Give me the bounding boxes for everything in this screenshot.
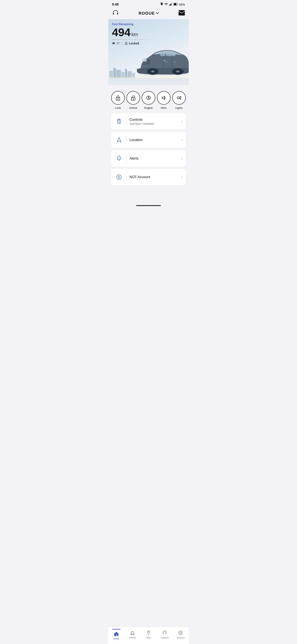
battery-icon bbox=[173, 3, 178, 6]
remote-icon bbox=[116, 118, 122, 125]
svg-rect-1 bbox=[170, 4, 171, 6]
engine-button[interactable]: Engine bbox=[142, 91, 155, 110]
svg-point-34 bbox=[163, 60, 166, 62]
unlock-button[interactable]: Unlock bbox=[126, 91, 140, 110]
location-title: Location bbox=[130, 138, 181, 142]
lock-circle[interactable] bbox=[111, 91, 125, 105]
signal-icon bbox=[169, 3, 172, 6]
location-text: Location bbox=[130, 138, 181, 142]
horn-label: Horn bbox=[161, 106, 167, 110]
svg-point-21 bbox=[143, 59, 147, 62]
weather-icon: 🌧 bbox=[112, 42, 115, 45]
home-indicator bbox=[136, 205, 161, 206]
fuel-value: 494km bbox=[112, 27, 185, 38]
dollar-circle-icon: $ bbox=[116, 174, 122, 180]
lights-control-icon bbox=[176, 94, 182, 101]
ncf-chevron: › bbox=[181, 175, 183, 179]
status-bar: 9:48 66% bbox=[108, 0, 189, 8]
chevron-down-icon bbox=[156, 12, 159, 14]
ncf-icon-wrap: $ bbox=[114, 174, 124, 180]
app-header: ROGUE bbox=[108, 8, 189, 19]
ncf-text: NCF Account bbox=[130, 175, 181, 179]
svg-text:$: $ bbox=[118, 176, 120, 179]
navigation-icon bbox=[116, 137, 122, 143]
location-icon-wrap bbox=[114, 137, 124, 143]
alerts-title: Alerts bbox=[130, 156, 181, 160]
lock-icon bbox=[125, 42, 128, 45]
svg-rect-10 bbox=[113, 68, 116, 78]
lights-label: Lights bbox=[176, 106, 183, 110]
horn-control-icon bbox=[160, 94, 167, 101]
engine-label: Engine bbox=[144, 106, 153, 110]
controls-chevron: › bbox=[181, 119, 183, 124]
hero-section: Fuel Remaining 494km 🌧 5° | Locked bbox=[108, 19, 189, 85]
engine-control-icon bbox=[145, 94, 152, 101]
controls-title: Controls bbox=[130, 118, 181, 122]
bell-icon bbox=[116, 155, 122, 162]
dot-divider: | bbox=[122, 42, 122, 45]
wifi-icon bbox=[164, 3, 168, 6]
temperature: 5° bbox=[117, 42, 120, 45]
svg-rect-0 bbox=[169, 5, 170, 6]
alerts-divider bbox=[126, 154, 126, 163]
car-image bbox=[135, 44, 189, 85]
vehicle-selector[interactable]: ROGUE bbox=[139, 11, 159, 16]
alerts-icon-wrap bbox=[114, 155, 124, 162]
fuel-unit: km bbox=[131, 32, 138, 37]
controls-menu-item[interactable]: Controls Just Now • Unlocked › bbox=[111, 113, 186, 130]
svg-rect-6 bbox=[179, 10, 185, 16]
controls-text: Controls Just Now • Unlocked bbox=[130, 118, 181, 125]
lock-control-icon bbox=[115, 94, 121, 101]
svg-rect-12 bbox=[113, 68, 114, 68]
headset-button[interactable] bbox=[112, 9, 119, 17]
fuel-number: 494 bbox=[112, 26, 131, 38]
unlock-control-icon bbox=[130, 94, 137, 101]
controls-row: Lock Unlock Engine bbox=[108, 85, 189, 112]
battery-percentage: 66% bbox=[179, 3, 185, 6]
alerts-chevron: › bbox=[181, 156, 183, 161]
fuel-label: Fuel Remaining bbox=[112, 22, 185, 26]
unlock-circle[interactable] bbox=[126, 91, 140, 105]
ncf-title: NCF Account bbox=[130, 175, 181, 179]
fuel-divider bbox=[112, 40, 156, 40]
status-time: 9:48 bbox=[112, 3, 119, 6]
svg-rect-2 bbox=[171, 4, 171, 6]
engine-circle[interactable] bbox=[142, 91, 155, 105]
lights-button[interactable]: Lights bbox=[172, 91, 186, 110]
lock-label: Lock bbox=[115, 106, 121, 110]
svg-rect-17 bbox=[125, 68, 126, 69]
alerts-text: Alerts bbox=[130, 156, 181, 160]
svg-rect-33 bbox=[173, 62, 176, 62]
location-chevron: › bbox=[181, 138, 183, 142]
location-status-icon bbox=[160, 2, 163, 6]
svg-rect-19 bbox=[125, 43, 127, 44]
alerts-menu-item[interactable]: Alerts › bbox=[111, 150, 186, 167]
svg-point-25 bbox=[151, 71, 154, 72]
svg-point-43 bbox=[148, 98, 149, 98]
svg-rect-5 bbox=[174, 3, 176, 5]
svg-point-45 bbox=[177, 97, 179, 99]
horn-circle[interactable] bbox=[157, 91, 171, 105]
svg-rect-3 bbox=[172, 3, 172, 6]
ncf-menu-item[interactable]: $ NCF Account › bbox=[111, 169, 186, 185]
location-menu-item[interactable]: Location › bbox=[111, 132, 186, 148]
lock-button[interactable]: Lock bbox=[111, 91, 125, 110]
mail-button[interactable] bbox=[178, 10, 185, 16]
controls-icon-wrap bbox=[114, 118, 124, 125]
controls-divider bbox=[126, 117, 126, 126]
menu-section: Controls Just Now • Unlocked › Location … bbox=[108, 112, 189, 204]
lights-circle[interactable] bbox=[172, 91, 186, 105]
svg-rect-32 bbox=[165, 62, 168, 62]
controls-subtitle: Just Now • Unlocked bbox=[130, 122, 181, 125]
vehicle-name: ROGUE bbox=[139, 11, 155, 16]
unlock-label: Unlock bbox=[129, 106, 137, 110]
location-divider bbox=[126, 136, 126, 144]
horn-button[interactable]: Horn bbox=[157, 91, 171, 110]
status-icons: 66% bbox=[160, 2, 185, 6]
ncf-divider bbox=[126, 172, 126, 182]
svg-point-29 bbox=[177, 71, 179, 72]
